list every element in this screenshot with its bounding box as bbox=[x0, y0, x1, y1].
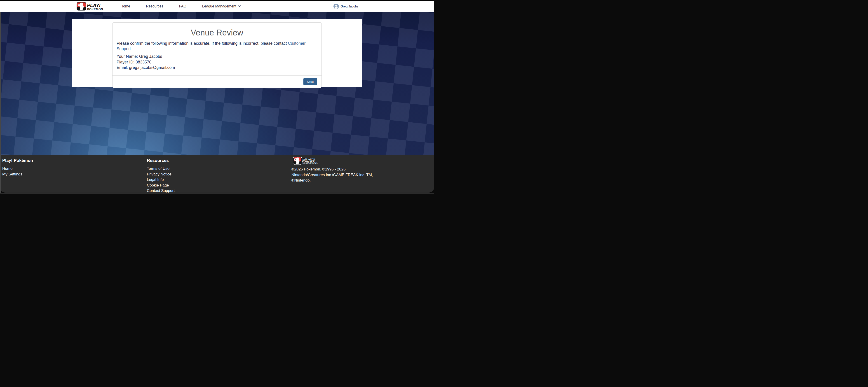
confirm-text-after: . bbox=[131, 46, 132, 51]
footer-column-resources: Resources Terms of Use Privacy Notice Le… bbox=[147, 158, 175, 193]
nav-link-faq[interactable]: FAQ bbox=[179, 4, 186, 8]
play-pokemon-logo[interactable]: PLAY! POKÉMON. bbox=[76, 2, 110, 11]
avatar-icon bbox=[334, 4, 339, 9]
main-content: Venue Review Please confirm the followin… bbox=[72, 19, 362, 87]
card-body: Venue Review Please confirm the followin… bbox=[113, 23, 321, 75]
logo-pokemon-text: POKÉMON. bbox=[87, 7, 104, 11]
nav-link-home[interactable]: Home bbox=[121, 4, 130, 8]
venue-review-card: Venue Review Please confirm the followin… bbox=[112, 22, 322, 88]
footer-link-legal-info[interactable]: Legal Info bbox=[147, 177, 175, 183]
window-edge bbox=[0, 12, 1, 193]
page-title: Venue Review bbox=[117, 28, 317, 37]
footer-logo-pokemon-text: POKÉMON. bbox=[303, 162, 318, 165]
field-email-value: greg.r.jacobs@gmail.com bbox=[129, 65, 175, 70]
user-menu[interactable]: Greg Jacobs bbox=[334, 4, 358, 9]
footer-play-pokemon-logo-icon: PLAY! POKÉMON. bbox=[291, 157, 325, 165]
play-pokemon-logo-icon: PLAY! POKÉMON. bbox=[76, 2, 110, 11]
footer-logo-play-text: PLAY! bbox=[303, 157, 315, 162]
field-your-name: Your Name: Greg Jacobs bbox=[117, 54, 317, 59]
footer-column-legal: PLAY! POKÉMON. ©2026 Pokémon. ©1995 - 20… bbox=[291, 157, 373, 183]
field-player-id: Player ID: 3833576 bbox=[117, 59, 317, 65]
footer-panel: Play! Pokémon Home My Settings Resources… bbox=[0, 155, 434, 193]
footer-link-cookie-page[interactable]: Cookie Page bbox=[147, 183, 175, 188]
nav-link-home-label: Home bbox=[121, 4, 130, 8]
nav-link-league-management[interactable]: League Management bbox=[202, 4, 241, 8]
nav-links: Home Resources FAQ League Management bbox=[121, 4, 241, 8]
nav-link-faq-label: FAQ bbox=[179, 4, 186, 8]
copyright-line-1: ©2026 Pokémon. ©1995 - 2026 bbox=[291, 167, 373, 172]
nav-link-resources-label: Resources bbox=[146, 4, 163, 8]
copyright-text: ©2026 Pokémon. ©1995 - 2026 Nintendo/Cre… bbox=[291, 167, 373, 183]
chevron-down-icon bbox=[238, 5, 241, 7]
nav-container: PLAY! POKÉMON. Home Resources FAQ League… bbox=[72, 1, 362, 12]
footer-link-home[interactable]: Home bbox=[2, 166, 33, 171]
nav-link-resources[interactable]: Resources bbox=[146, 4, 163, 8]
page: PLAY! POKÉMON. Home Resources FAQ League… bbox=[0, 0, 434, 193]
footer: Play! Pokémon Home My Settings Resources… bbox=[0, 155, 434, 193]
top-nav: PLAY! POKÉMON. Home Resources FAQ League… bbox=[0, 0, 434, 12]
field-email: Email: greg.r.jacobs@gmail.com bbox=[117, 65, 317, 70]
player-info: Your Name: Greg Jacobs Player ID: 383357… bbox=[117, 54, 317, 70]
field-player-id-value: 3833576 bbox=[135, 60, 151, 64]
nav-link-league-management-label: League Management bbox=[202, 4, 236, 8]
footer-link-contact-support[interactable]: Contact Support bbox=[147, 188, 175, 193]
copyright-line-3: ®Nintendo. bbox=[291, 178, 373, 183]
footer-column-play-pokemon: Play! Pokémon Home My Settings bbox=[2, 158, 33, 177]
copyright-line-2: Nintendo/Creatures Inc./GAME FREAK inc. … bbox=[291, 172, 373, 178]
field-email-label: Email: bbox=[117, 65, 128, 70]
field-your-name-value: Greg Jacobs bbox=[139, 54, 162, 59]
confirm-text: Please confirm the following information… bbox=[117, 41, 317, 52]
footer-link-my-settings[interactable]: My Settings bbox=[2, 171, 33, 177]
footer-link-privacy-notice[interactable]: Privacy Notice bbox=[147, 171, 175, 177]
next-button[interactable]: Next bbox=[303, 78, 317, 85]
footer-heading-resources: Resources bbox=[147, 158, 175, 163]
user-name: Greg Jacobs bbox=[340, 4, 358, 8]
confirm-text-before: Please confirm the following information… bbox=[117, 41, 288, 45]
footer-heading-play-pokemon: Play! Pokémon bbox=[2, 158, 33, 163]
field-your-name-label: Your Name: bbox=[117, 54, 138, 59]
footer-link-terms-of-use[interactable]: Terms of Use bbox=[147, 166, 175, 171]
field-player-id-label: Player ID: bbox=[117, 60, 134, 64]
card-footer: Next bbox=[113, 75, 321, 88]
